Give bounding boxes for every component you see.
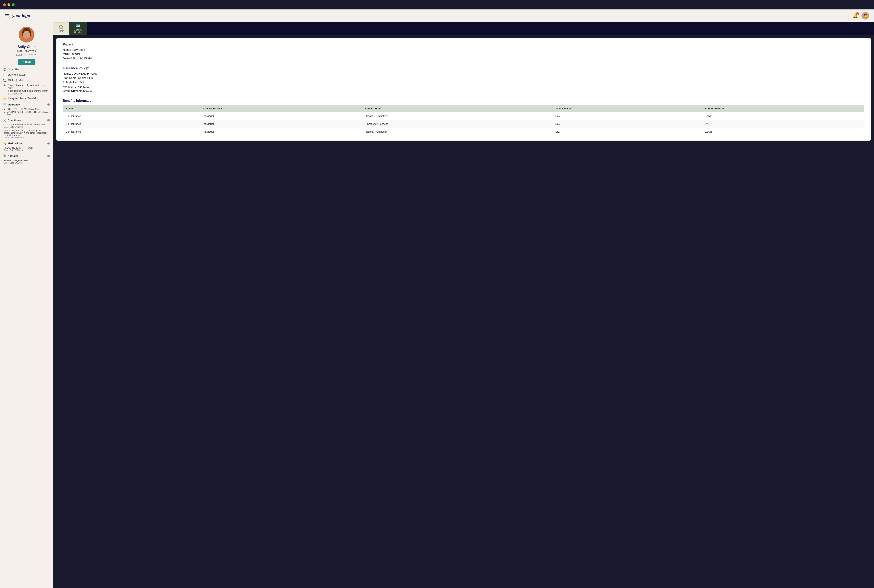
nav-tabs: 🏠 Home 🪪 Eligibility Checks [53,22,874,34]
navbar: your logo 🔔 0 👩 [0,9,874,22]
list-item: • Peanut Allergen ExtractOnset Date: 9/1… [4,159,50,164]
allergies-title: 🌿 Allergies [3,154,18,158]
benefits-section-label: Benefits Information: [63,99,864,102]
tab-home[interactable]: 🏠 Home [53,22,69,34]
table-cell: Hospital - Outpatient [362,112,553,120]
content-area: 🏠 Home 🪪 Eligibility Checks Patient: Nam… [53,22,874,588]
svg-point-5 [25,34,26,34]
insurance-icon: 🪪 [3,103,6,106]
conditions-content: (A18.02) Tuberculous arthritis of other … [3,123,50,139]
patient-ssn: SSN: ***-**-**** 👁 [3,53,50,56]
conditions-title: 🩺 Conditions [3,118,21,122]
policy-name-line: Name: COX HEALTH PLAN [63,72,864,75]
info-phone: 📞 (408) 786-7563 [3,79,50,82]
svg-point-4 [23,31,30,39]
phone-icon: 📞 [3,79,6,82]
content-card: Patient: Name: Sally Chen MRN: 983919 Da… [56,38,871,141]
sidebar: Sally Chen MRN: 09087878 SSN: ***-**-***… [0,22,53,588]
allergies-content: • Peanut Allergen ExtractOnset Date: 9/1… [3,159,50,164]
svg-point-8 [29,35,30,37]
table-cell: Individual [200,112,362,120]
table-cell: 0.15% [702,128,864,136]
table-cell: Day [553,128,702,136]
table-cell: Co-Insurance [63,128,200,136]
calendar-icon: 📅 [3,68,6,71]
table-cell: Day [553,120,702,128]
notification-bell[interactable]: 🔔 0 [852,13,858,18]
allergies-header: 🌿 Allergies ⊕ [3,154,50,158]
table-cell: Individual [200,128,362,136]
navbar-left: your logo [5,14,30,18]
allergies-icon: 🌿 [3,154,6,158]
list-item: COX HEALTH PLAN: Choice Plus [7,108,50,110]
traffic-light-green[interactable] [12,3,15,6]
add-medications-button[interactable]: ⊕ [47,141,50,146]
home-icon: 🏠 [59,25,63,29]
ssn-toggle[interactable]: 👁 [35,53,37,56]
eligibility-icon: 🪪 [76,23,80,28]
policy-group-line: Group Number: 4244242 [63,89,864,93]
bell-badge: 0 [856,12,859,15]
divider-2 [63,96,864,96]
table-cell: 0% [702,120,864,128]
policy-member-id-line: Member ID: 4244242 [63,85,864,88]
traffic-light-red[interactable] [3,3,6,6]
patient-dob-line: Date of Birth: 1/19/1990 [63,57,864,60]
insurance-title: 🪪 Insurance [3,103,20,106]
tab-eligibility-checks[interactable]: 🪪 Eligibility Checks [69,22,87,34]
tab-home-label: Home [58,30,64,33]
patient-avatar-container [3,27,50,42]
insurance-section-label: Insurance Policy: [63,66,864,70]
info-email: ✉️ sally@demo.com [3,74,50,77]
patient-name: Sally Chen [3,45,50,49]
table-row: Co-InsuranceIndividualHospital - Outpati… [63,112,864,120]
add-conditions-button[interactable]: ⊕ [47,118,50,122]
patient-section-label: Patient: [63,43,864,46]
sidebar-section-allergies: 🌿 Allergies ⊕ • Peanut Allergen ExtractO… [3,154,50,164]
policy-plan-line: Plan Name: Choice Plus [63,76,864,80]
conditions-icon: 🩺 [3,118,6,122]
info-caregiver: ⭐ Caregiver: Jessie Mansfield [3,97,50,100]
list-item: • LEXAPRO (Oral Pill) (50mg)Onset Date: … [4,147,50,152]
info-dob: 📅 1/19/1990 [3,68,50,71]
table-cell: Hospital - Outpatient [362,128,553,136]
divider-1 [63,63,864,63]
conditions-header: 🩺 Conditions ⊕ [3,118,50,122]
traffic-light-yellow[interactable] [8,3,10,6]
hamburger-menu[interactable] [5,14,9,17]
medications-icon: 💊 [3,142,6,145]
table-cell: Emergency Services [362,120,553,128]
email-icon: ✉️ [3,74,6,77]
list-item: (A18.02) Tuberculous arthritis of other … [4,123,50,128]
table-row: Co-InsuranceIndividualEmergency Services… [63,120,864,128]
avatar[interactable]: 👩 [861,12,869,20]
table-header: Benefit [63,105,200,112]
table-cell: Co-Insurance [63,120,200,128]
navbar-right: 🔔 0 👩 [852,12,869,20]
insurance-header: 🪪 Insurance ⊕ [3,102,50,106]
policy-holder-line: Policyholder: Self [63,81,864,84]
table-cell: Day [553,112,702,120]
table-cell: 0.15% [702,112,864,120]
medications-content: • LEXAPRO (Oral Pill) (50mg)Onset Date: … [3,147,50,152]
svg-point-6 [27,34,29,34]
list-item: MASSACHUSETTS BLUE SHIELD: Choice Plus [7,111,50,116]
add-insurance-button[interactable]: ⊕ [47,102,50,106]
table-cell: Co-Insurance [63,112,200,120]
main-layout: Sally Chen MRN: 09087878 SSN: ***-**-***… [0,22,874,588]
list-item: (T45.7X3S) Poisoning by anticoagulant an… [4,129,50,139]
sidebar-section-medications: 💊 Medications ⊕ • LEXAPRO (Oral Pill) (5… [3,141,50,152]
medications-header: 💊 Medications ⊕ [3,141,50,146]
tab-eligibility-label: Eligibility Checks [74,28,82,33]
add-allergies-button[interactable]: ⊕ [47,154,50,158]
patient-avatar [19,27,35,42]
titlebar [0,0,874,9]
main-content: Patient: Name: Sally Chen MRN: 983919 Da… [53,34,874,588]
benefits-table: BenefitCoverage LevelService TypeTime Qu… [63,105,864,136]
table-header: Time Qualifier [553,105,702,112]
sidebar-section-insurance: 🪪 Insurance ⊕ COX HEALTH PLAN: Choice Pl… [3,102,50,116]
patient-mrn-line: MRN: 983919 [63,52,864,56]
table-header: Benefit Amount [702,105,864,112]
svg-point-7 [23,35,24,37]
patient-mrn: MRN: 09087878 [3,50,50,53]
